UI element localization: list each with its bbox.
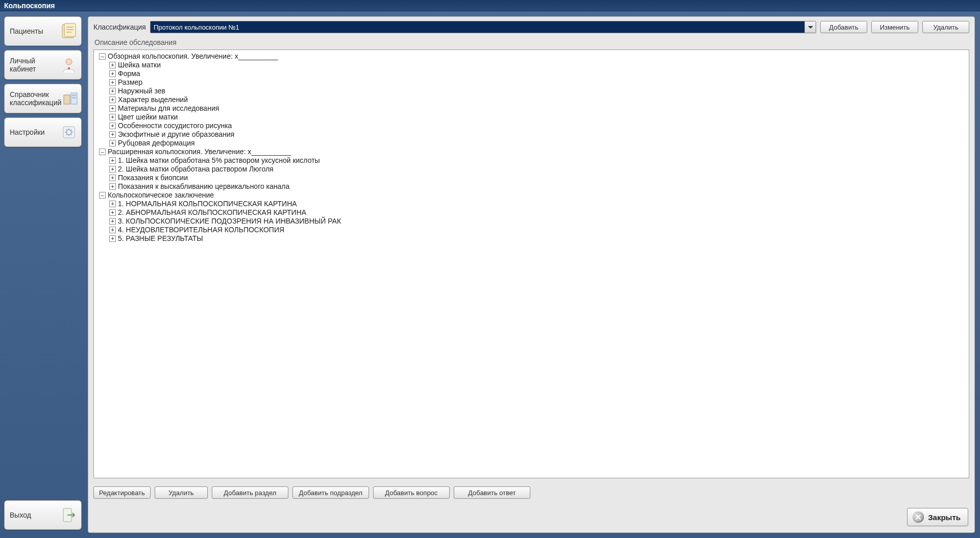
tree-row[interactable]: +Шейка матки <box>109 61 966 69</box>
classification-label: Классификация <box>93 23 146 31</box>
tree-row[interactable]: +2. АБНОРМАЛЬНАЯ КОЛЬПОСКОПИЧЕСКАЯ КАРТИ… <box>109 208 966 217</box>
sidebar-bottom: Выход <box>4 500 82 534</box>
doctor-icon <box>60 56 78 74</box>
tree-row[interactable]: +Экзофитные и другие образования <box>109 130 966 139</box>
expand-icon[interactable]: + <box>109 209 116 216</box>
sidebar-top: Пациенты Личный кабинет Справочник класс… <box>4 16 82 500</box>
expand-icon[interactable]: + <box>109 235 116 242</box>
tree-container: –Обзорная кольпоскопия. Увеличение: х___… <box>93 50 969 478</box>
tree-node: +Показания к выскабливанию цервикального… <box>109 182 966 191</box>
tree-node-label: 4. НЕУДОВЛЕТВОРИТЕЛЬНАЯ КОЛЬПОСКОПИЯ <box>118 226 284 234</box>
app-title: Кольпоскопия <box>4 2 55 10</box>
tree-node: +Цвет шейки матки <box>109 113 966 121</box>
tree-row[interactable]: +Показания к выскабливанию цервикального… <box>109 182 966 191</box>
expand-icon[interactable]: + <box>109 201 116 207</box>
tree-row[interactable]: +2. Шейка матки обработана раствором Люг… <box>109 165 966 174</box>
svg-rect-6 <box>72 94 76 96</box>
sidebar-item-label: Настройки <box>10 128 45 136</box>
expand-icon[interactable]: + <box>109 114 116 120</box>
tree-row[interactable]: +Рубцовая деформация <box>109 139 966 148</box>
tree-row[interactable]: +3. КОЛЬПОСКОПИЧЕСКИЕ ПОДОЗРЕНИЯ НА ИНВА… <box>109 217 966 226</box>
tree-node: +Наружный зев <box>109 87 966 95</box>
expand-icon[interactable]: + <box>109 88 116 94</box>
expand-icon[interactable]: + <box>109 166 116 173</box>
tree-node: +2. Шейка матки обработана раствором Люг… <box>109 165 966 174</box>
sidebar-item-personal[interactable]: Личный кабинет <box>4 50 82 80</box>
add-subsection-button[interactable]: Добавить подраздел <box>292 486 369 499</box>
tree-node: +Шейка матки <box>109 61 966 69</box>
directory-icon <box>61 89 80 108</box>
sidebar-item-exit[interactable]: Выход <box>4 500 82 530</box>
collapse-icon[interactable]: – <box>99 192 106 199</box>
expand-icon[interactable]: + <box>109 123 116 129</box>
settings-icon <box>60 123 78 141</box>
expand-icon[interactable]: + <box>109 175 116 181</box>
svg-rect-1 <box>64 23 76 37</box>
tree-row[interactable]: +Наружный зев <box>109 87 966 95</box>
tree-row[interactable]: +Показания к биопсии <box>109 174 966 182</box>
svg-point-2 <box>66 59 72 65</box>
collapse-icon[interactable]: – <box>99 53 106 60</box>
tree-node-label: Обзорная кольпоскопия. Увеличение: х____… <box>108 52 278 61</box>
panel-footer: Закрыть <box>88 503 974 532</box>
tree-row[interactable]: +Характер выделений <box>109 95 966 104</box>
tree-row[interactable]: –Кольпоскопическое заключение <box>99 191 966 200</box>
add-button[interactable]: Добавить <box>820 21 867 33</box>
tree-row[interactable]: +1. НОРМАЛЬНАЯ КОЛЬПОСКОПИЧЕСКАЯ КАРТИНА <box>109 200 966 208</box>
expand-icon[interactable]: + <box>109 62 116 68</box>
tree-node-label: Шейка матки <box>118 61 161 69</box>
tree-node: +Характер выделений <box>109 95 966 104</box>
expand-icon[interactable]: + <box>109 183 116 190</box>
edit-button[interactable]: Изменить <box>871 21 918 33</box>
expand-icon[interactable]: + <box>109 70 116 77</box>
expand-icon[interactable]: + <box>109 218 116 225</box>
tree-row[interactable]: –Обзорная кольпоскопия. Увеличение: х___… <box>99 52 966 61</box>
close-button[interactable]: Закрыть <box>907 508 968 526</box>
delete-top-button[interactable]: Удалить <box>922 21 969 33</box>
tree-node-label: Цвет шейки матки <box>118 113 178 121</box>
sidebar-item-patients[interactable]: Пациенты <box>4 16 82 46</box>
tree-node-label: Показания к выскабливанию цервикального … <box>118 182 289 191</box>
delete-node-button[interactable]: Удалить <box>155 486 208 499</box>
patients-icon <box>60 22 78 40</box>
tree-node-label: Кольпоскопическое заключение <box>108 191 214 200</box>
tree-node: +Форма <box>109 69 966 78</box>
tree-node-label: 2. Шейка матки обработана раствором Люго… <box>118 165 274 174</box>
expand-icon[interactable]: + <box>109 157 116 164</box>
add-question-button[interactable]: Добавить вопрос <box>373 486 450 499</box>
classification-tree[interactable]: –Обзорная кольпоскопия. Увеличение: х___… <box>97 52 966 243</box>
expand-icon[interactable]: + <box>109 96 116 103</box>
expand-icon[interactable]: + <box>109 131 116 138</box>
add-answer-button[interactable]: Добавить ответ <box>454 486 530 499</box>
classification-value: Протокол кольпоскопии №1 <box>154 23 239 31</box>
tree-row[interactable]: +Форма <box>109 69 966 78</box>
classification-select[interactable]: Протокол кольпоскопии №1 <box>150 21 816 33</box>
tree-row[interactable]: +4. НЕУДОВЛЕТВОРИТЕЛЬНАЯ КОЛЬПОСКОПИЯ <box>109 226 966 234</box>
tree-row[interactable]: +Размер <box>109 78 966 87</box>
sidebar-item-directory[interactable]: Справочник классификаций <box>4 84 82 113</box>
expand-icon[interactable]: + <box>109 79 116 86</box>
edit-node-button[interactable]: Редактировать <box>93 486 151 499</box>
collapse-icon[interactable]: – <box>99 149 106 155</box>
tree-row[interactable]: +Материалы для исследования <box>109 104 966 113</box>
tree-node-label: Характер выделений <box>118 95 188 104</box>
expand-icon[interactable]: + <box>109 227 116 233</box>
tree-row[interactable]: +Особенности сосудистого рисунка <box>109 121 966 130</box>
tree-node: +3. КОЛЬПОСКОПИЧЕСКИЕ ПОДОЗРЕНИЯ НА ИНВА… <box>109 217 966 226</box>
svg-point-3 <box>68 67 70 69</box>
tree-row[interactable]: +1. Шейка матки обработана 5% раствором … <box>109 156 966 165</box>
tree-row[interactable]: +Цвет шейки матки <box>109 113 966 121</box>
sidebar-item-settings[interactable]: Настройки <box>4 117 82 147</box>
sidebar-item-label: Справочник классификаций <box>10 90 61 107</box>
tree-row[interactable]: +5. РАЗНЫЕ РЕЗУЛЬТАТЫ <box>109 234 966 243</box>
sidebar: Пациенты Личный кабинет Справочник класс… <box>0 11 86 538</box>
tree-node: +Рубцовая деформация <box>109 139 966 148</box>
tree-node-label: Особенности сосудистого рисунка <box>118 121 232 130</box>
tree-node: +Показания к биопсии <box>109 174 966 182</box>
expand-icon[interactable]: + <box>109 105 116 112</box>
tree-node-label: Размер <box>118 78 142 87</box>
tree-row[interactable]: –Расширенная кольпоскопия. Увеличение: х… <box>99 148 966 156</box>
add-section-button[interactable]: Добавить раздел <box>212 486 288 499</box>
svg-rect-7 <box>72 97 76 99</box>
expand-icon[interactable]: + <box>109 140 116 146</box>
